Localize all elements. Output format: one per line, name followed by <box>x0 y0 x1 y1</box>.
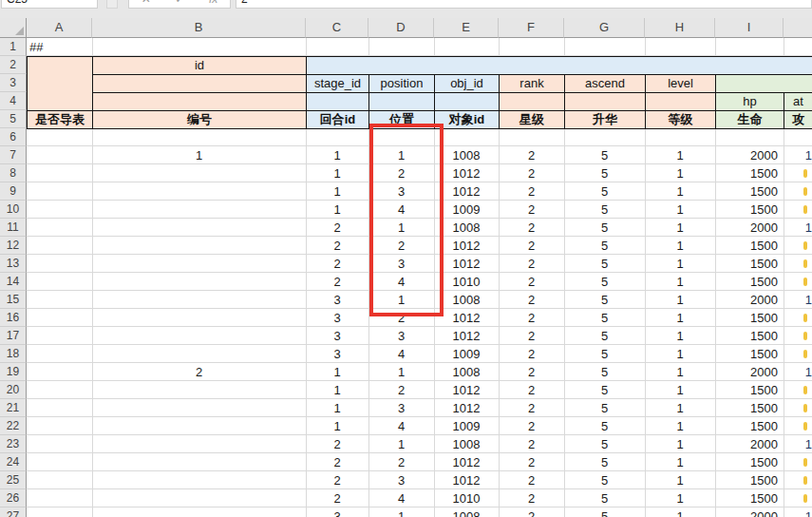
cell-H22[interactable]: 1 <box>645 417 715 435</box>
cell-H21[interactable]: 1 <box>645 399 715 417</box>
cell-E13[interactable]: 1012 <box>434 255 499 273</box>
row-header[interactable]: 20 <box>0 381 27 399</box>
cell-J4[interactable]: at <box>784 92 812 111</box>
cell-F26[interactable]: 2 <box>499 489 564 507</box>
row-header[interactable]: 9 <box>0 182 27 201</box>
cell-H26[interactable]: 1 <box>645 489 715 507</box>
cell-E3[interactable]: obj_id <box>434 74 500 93</box>
name-box[interactable]: C25 <box>1 0 98 9</box>
cell-H8[interactable]: 1 <box>645 164 715 182</box>
cell-C14[interactable]: 2 <box>306 273 368 291</box>
cell-B3[interactable] <box>92 74 307 93</box>
cell-F4[interactable] <box>499 92 565 111</box>
cell-H19[interactable]: 1 <box>645 363 715 381</box>
row-header[interactable]: 4 <box>0 92 27 110</box>
cell-A1[interactable]: ## <box>27 38 92 56</box>
cell-C19[interactable]: 1 <box>306 363 368 381</box>
cell-I14[interactable]: 1500 <box>715 273 784 291</box>
cell-J7-partial[interactable]: 1 <box>784 146 812 164</box>
row-header[interactable]: 16 <box>0 309 27 327</box>
cell-H11[interactable]: 1 <box>645 219 715 237</box>
column-header-E[interactable]: E <box>434 18 499 38</box>
cell-J19-partial[interactable]: 1 <box>784 363 812 381</box>
cell-I10[interactable]: 1500 <box>715 201 784 219</box>
cell-F20[interactable]: 2 <box>499 381 564 399</box>
cell-H9[interactable]: 1 <box>645 182 715 201</box>
cell-C10[interactable]: 1 <box>306 201 368 219</box>
cell-G25[interactable]: 5 <box>564 471 645 489</box>
cell-E17[interactable]: 1012 <box>434 327 499 345</box>
cell-F15[interactable]: 2 <box>499 291 564 309</box>
cell-J27-partial[interactable]: 1 <box>784 507 812 517</box>
cell-H23[interactable]: 1 <box>645 435 715 453</box>
cell-G4[interactable] <box>564 92 646 111</box>
cell-H18[interactable]: 1 <box>645 345 715 363</box>
cell-E23[interactable]: 1008 <box>434 435 499 453</box>
cell-G27[interactable]: 5 <box>564 507 645 517</box>
cell-H10[interactable]: 1 <box>645 201 715 219</box>
cell-C21[interactable]: 1 <box>306 399 368 417</box>
cell-C25[interactable]: 2 <box>306 471 368 489</box>
cell-H17[interactable]: 1 <box>645 327 715 345</box>
cell-I7[interactable]: 2000 <box>715 146 784 164</box>
row-header[interactable]: 15 <box>0 291 27 309</box>
row-header[interactable]: 19 <box>0 363 27 381</box>
cell-B7[interactable]: 1 <box>92 146 306 164</box>
cell-H13[interactable]: 1 <box>645 255 715 273</box>
cell-G10[interactable]: 5 <box>564 201 645 219</box>
cell-B2[interactable]: id <box>92 56 307 75</box>
cell-I8[interactable]: 1500 <box>715 164 784 182</box>
cell-A5[interactable]: 是否导表 <box>27 110 93 129</box>
cell-B5[interactable]: 编号 <box>92 110 307 129</box>
cell-F11[interactable]: 2 <box>499 219 564 237</box>
cell-E25[interactable]: 1012 <box>434 471 499 489</box>
cell-J11-partial[interactable]: 1 <box>784 219 812 237</box>
cell-F14[interactable]: 2 <box>499 273 564 291</box>
cell-C24[interactable]: 2 <box>306 453 368 471</box>
cell-I21[interactable]: 1500 <box>715 399 784 417</box>
cell-D3[interactable]: position <box>368 74 435 93</box>
row-header[interactable]: 26 <box>0 489 27 507</box>
cell-E10[interactable]: 1009 <box>434 201 499 219</box>
cell-G19[interactable]: 5 <box>564 363 645 381</box>
cell-E4[interactable] <box>434 92 500 111</box>
cell-I20[interactable]: 1500 <box>715 381 784 399</box>
cell-D23[interactable]: 1 <box>368 435 434 453</box>
column-header-J[interactable] <box>784 18 812 38</box>
cell-C20[interactable]: 1 <box>306 381 368 399</box>
cell-G8[interactable]: 5 <box>564 164 645 182</box>
cell-E5[interactable]: 对象id <box>434 110 500 129</box>
cell-I12[interactable]: 1500 <box>715 237 784 255</box>
row-header[interactable]: 6 <box>0 128 27 146</box>
cell-G13[interactable]: 5 <box>564 255 645 273</box>
cell-E12[interactable]: 1012 <box>434 237 499 255</box>
row-header[interactable]: 2 <box>0 56 27 74</box>
cell-F9[interactable]: 2 <box>499 182 564 201</box>
column-header-B[interactable]: B <box>92 18 306 38</box>
cell-C22[interactable]: 1 <box>306 417 368 435</box>
cell-H25[interactable]: 1 <box>645 471 715 489</box>
cell-C2-J2[interactable] <box>306 56 812 75</box>
cell-F25[interactable]: 2 <box>499 471 564 489</box>
cell-G23[interactable]: 5 <box>564 435 645 453</box>
cell-D20[interactable]: 2 <box>368 381 434 399</box>
cell-C13[interactable]: 2 <box>306 255 368 273</box>
cell-H20[interactable]: 1 <box>645 381 715 399</box>
fx-icon[interactable]: fx <box>209 0 217 6</box>
cell-D27[interactable]: 1 <box>368 507 434 517</box>
cell-F27[interactable]: 2 <box>499 507 564 517</box>
cell-I24[interactable]: 1500 <box>715 453 784 471</box>
cell-D4[interactable] <box>368 92 435 111</box>
cell-C18[interactable]: 3 <box>306 345 368 363</box>
cell-I9[interactable]: 1500 <box>715 182 784 201</box>
cell-F17[interactable]: 2 <box>499 327 564 345</box>
cell-I4[interactable]: hp <box>715 92 784 111</box>
column-header-H[interactable]: H <box>645 18 715 38</box>
cell-G3[interactable]: ascend <box>564 74 646 93</box>
cell-C5[interactable]: 回合id <box>306 110 369 129</box>
formula-bar[interactable]: 2 <box>236 0 812 9</box>
cell-G22[interactable]: 5 <box>564 417 645 435</box>
cell-I5[interactable]: 生命 <box>715 110 784 129</box>
cell-I16[interactable]: 1500 <box>715 309 784 327</box>
cell-C15[interactable]: 3 <box>306 291 368 309</box>
